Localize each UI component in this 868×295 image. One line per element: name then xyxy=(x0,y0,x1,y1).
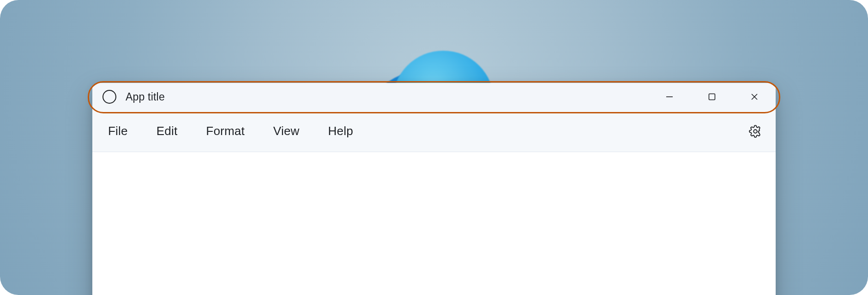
menu-bar: File Edit Format View Help xyxy=(92,111,776,152)
close-icon xyxy=(750,93,759,101)
desktop-background: App title xyxy=(0,0,868,295)
menu-item-file[interactable]: File xyxy=(108,124,128,138)
menu-item-view[interactable]: View xyxy=(273,124,300,138)
menu-item-edit[interactable]: Edit xyxy=(157,124,178,138)
maximize-icon xyxy=(708,93,716,101)
app-window: App title xyxy=(92,83,776,295)
title-bar[interactable]: App title xyxy=(92,83,776,111)
menu-item-help[interactable]: Help xyxy=(328,124,353,138)
maximize-button[interactable] xyxy=(691,83,733,111)
close-button[interactable] xyxy=(733,83,776,111)
window-title: App title xyxy=(126,91,165,103)
minimize-button[interactable] xyxy=(648,83,691,111)
minimize-icon xyxy=(665,93,674,101)
circle-icon xyxy=(102,90,116,104)
svg-rect-1 xyxy=(709,94,715,100)
menu-item-format[interactable]: Format xyxy=(206,124,245,138)
caption-controls xyxy=(648,83,776,111)
gear-icon xyxy=(749,125,762,138)
content-area xyxy=(92,152,776,295)
settings-button[interactable] xyxy=(749,125,762,138)
svg-point-4 xyxy=(753,130,757,133)
